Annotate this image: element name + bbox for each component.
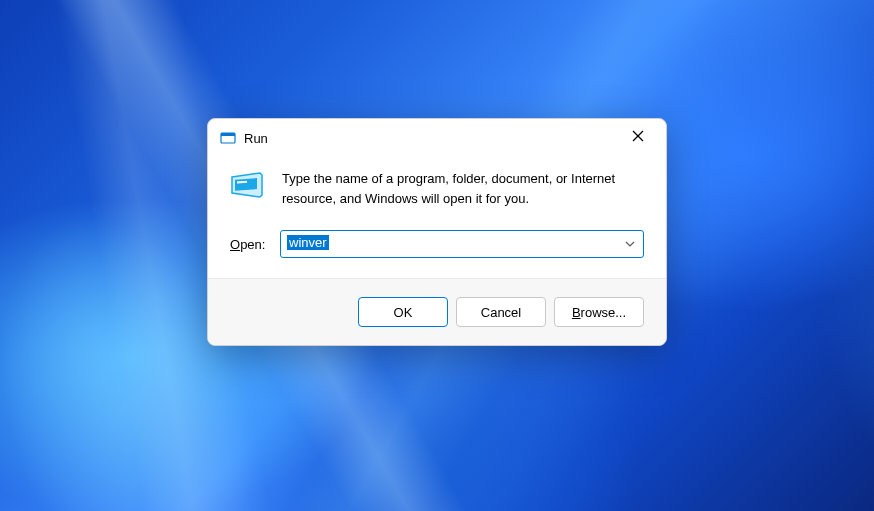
- open-combobox[interactable]: winver: [280, 230, 644, 258]
- run-program-icon: [230, 171, 266, 201]
- svg-rect-1: [221, 133, 235, 136]
- close-button[interactable]: [618, 122, 658, 150]
- dialog-description: Type the name of a program, folder, docu…: [282, 169, 644, 208]
- run-titlebar-icon: [220, 130, 236, 146]
- open-input[interactable]: [281, 231, 617, 257]
- chevron-down-icon: [625, 241, 635, 247]
- ok-button[interactable]: OK: [358, 297, 448, 327]
- button-row: OK Cancel Browse...: [208, 278, 666, 345]
- dialog-content: Type the name of a program, folder, docu…: [208, 155, 666, 278]
- close-icon: [632, 130, 644, 142]
- run-dialog: Run Type the name of a program, folder, …: [207, 118, 667, 346]
- input-row: Open: winver: [230, 230, 644, 258]
- open-label: Open:: [230, 237, 268, 252]
- titlebar: Run: [208, 119, 666, 155]
- info-row: Type the name of a program, folder, docu…: [230, 169, 644, 208]
- browse-button[interactable]: Browse...: [554, 297, 644, 327]
- combobox-dropdown-button[interactable]: [617, 231, 643, 257]
- dialog-title: Run: [244, 131, 618, 146]
- cancel-button[interactable]: Cancel: [456, 297, 546, 327]
- svg-rect-4: [235, 178, 257, 191]
